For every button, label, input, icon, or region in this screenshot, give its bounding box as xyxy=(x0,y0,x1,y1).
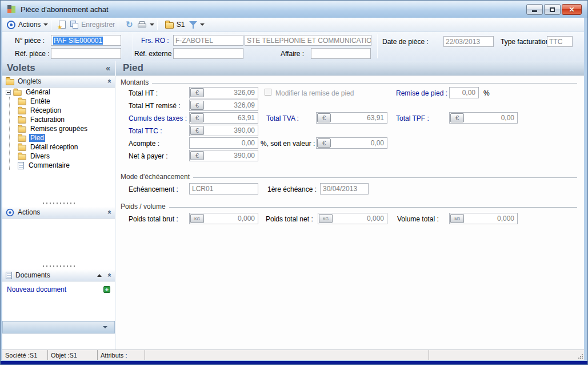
minimize-button[interactable] xyxy=(526,4,543,15)
tree-node-detail-reception[interactable]: Détail réception xyxy=(18,142,89,152)
currency-unit-button[interactable]: € xyxy=(190,113,204,122)
premiere-echeance-field[interactable]: 30/04/2013 xyxy=(320,183,369,195)
ref-externe-field[interactable] xyxy=(173,48,243,59)
site-selector[interactable]: S1 xyxy=(165,21,185,29)
actions-section-title: Actions xyxy=(18,208,107,216)
onglets-section-header[interactable]: Onglets » xyxy=(2,76,115,88)
folder-icon xyxy=(18,154,26,160)
collapse-panel-icon[interactable]: « xyxy=(106,64,110,73)
total-tpf-label[interactable]: Total TPF : xyxy=(396,114,429,122)
status-societe: Société :S1 xyxy=(2,350,48,360)
echeancement-field[interactable]: LCR01 xyxy=(189,183,258,195)
refresh-button[interactable]: ↻ xyxy=(126,21,133,29)
actions-menu-button[interactable]: Actions xyxy=(7,21,48,29)
remise-de-pied-field[interactable]: 0,00 xyxy=(449,87,479,98)
document-icon xyxy=(18,162,24,169)
remise-de-pied-label[interactable]: Remise de pied : xyxy=(396,89,447,97)
total-ht-remise-field: € 326,09 xyxy=(189,100,258,111)
new-document-icon: ★ xyxy=(59,21,66,29)
echeancement-value: LCR01 xyxy=(190,185,257,193)
save-icon xyxy=(70,21,78,29)
currency-unit-button[interactable]: € xyxy=(190,88,204,97)
collapse-section-icon[interactable]: » xyxy=(106,273,114,277)
save-button[interactable]: Enregistrer xyxy=(70,21,115,29)
total-ttc-field: € 390,00 xyxy=(189,125,258,136)
volume-total-value: 0,000 xyxy=(464,215,517,223)
date-piece-field[interactable]: 22/03/2013 xyxy=(443,36,494,47)
collapse-section-icon[interactable]: » xyxy=(106,80,114,84)
collapse-node-icon[interactable] xyxy=(6,90,11,95)
frs-ro-label[interactable]: Frs. RO : xyxy=(141,37,169,45)
status-bar: Société :S1 Objet :S1 Attributs : xyxy=(2,350,584,360)
currency-unit-button[interactable]: € xyxy=(450,113,464,122)
filter-button[interactable] xyxy=(189,21,205,29)
acompte-label: Acompte : xyxy=(129,140,159,148)
tree-node-divers[interactable]: Divers xyxy=(18,152,89,161)
actions-target-icon xyxy=(6,208,14,216)
total-ht-label: Total HT : xyxy=(129,89,158,97)
site-label: S1 xyxy=(177,21,185,29)
resize-grip[interactable] xyxy=(578,354,583,359)
tree-node-label: Détail réception xyxy=(29,143,79,151)
documents-section-header[interactable]: Documents » xyxy=(2,269,115,281)
tree-node-reception[interactable]: Réception xyxy=(18,106,89,115)
total-tva-label[interactable]: Total TVA : xyxy=(266,114,299,122)
num-piece-field[interactable]: PAF SIE000001 xyxy=(51,35,121,46)
pct-valeur-label: %, soit en valeur : xyxy=(261,140,315,148)
m3-unit-button[interactable]: M3 xyxy=(450,214,464,223)
add-document-button[interactable]: + xyxy=(103,286,110,293)
currency-unit-button[interactable]: € xyxy=(190,101,204,110)
tree-node-facturation[interactable]: Facturation xyxy=(18,115,89,124)
echeancement-group-header: Mode d'échéancement xyxy=(121,173,577,181)
kg-unit-button[interactable]: KG xyxy=(190,214,204,223)
total-ht-value: 326,09 xyxy=(204,89,257,97)
tree-node-entete[interactable]: Entête xyxy=(18,97,89,106)
close-button[interactable]: ✕ xyxy=(562,4,582,15)
cumuls-taxes-value: 63,91 xyxy=(204,114,257,122)
currency-unit-button[interactable]: € xyxy=(190,126,204,135)
currency-unit-button[interactable]: € xyxy=(317,113,331,122)
affaire-field[interactable] xyxy=(311,48,371,59)
refresh-icon: ↻ xyxy=(126,21,133,29)
premiere-echeance-label: 1ère échéance : xyxy=(267,185,317,193)
tree-node-general[interactable]: Général xyxy=(6,88,89,97)
tree-node-label: Général xyxy=(25,88,51,96)
tree-node-remises-groupees[interactable]: Remises groupées xyxy=(18,124,89,133)
frs-ro-code-field[interactable]: F-ZABOTEL xyxy=(173,35,243,46)
tree-node-pied[interactable]: Pied xyxy=(18,133,89,142)
collapsed-panels-bar[interactable] xyxy=(2,321,115,334)
type-facturation-field[interactable]: TTC xyxy=(547,36,573,47)
splitter-handle[interactable] xyxy=(2,203,115,205)
premiere-echeance-value: 30/04/2013 xyxy=(321,185,367,193)
currency-unit-button[interactable]: € xyxy=(317,138,331,148)
acompte-field[interactable]: 0,00 xyxy=(189,137,258,149)
actions-caret-icon xyxy=(43,23,48,26)
header-separator xyxy=(377,34,378,58)
toolbar-separator xyxy=(157,20,158,30)
cumuls-taxes-field: € 63,91 xyxy=(189,112,258,124)
tree-node-commentaire[interactable]: Commentaire xyxy=(18,161,89,170)
volets-header: Volets « xyxy=(2,61,115,76)
date-piece-label: Date de pièce : xyxy=(382,38,429,46)
folder-icon xyxy=(18,99,26,105)
document-icon xyxy=(6,272,12,279)
restore-button[interactable] xyxy=(544,4,561,15)
splitter-handle[interactable] xyxy=(2,265,115,268)
new-document-link[interactable]: Nouveau document xyxy=(7,285,66,293)
ref-piece-field[interactable] xyxy=(51,48,121,59)
actions-section-header[interactable]: Actions » xyxy=(2,207,115,219)
new-document-button[interactable]: ★ xyxy=(59,21,66,29)
window-title: Pièce d'abonnement achat xyxy=(21,5,109,14)
frs-ro-code: F-ZABOTEL xyxy=(175,37,213,45)
scroll-up-icon[interactable] xyxy=(97,274,102,277)
collapse-section-icon[interactable]: » xyxy=(106,211,114,215)
restore-icon xyxy=(550,7,555,12)
total-ttc-label[interactable]: Total TTC : xyxy=(129,127,162,135)
modifier-remise-checkbox[interactable] xyxy=(265,89,271,96)
currency-unit-button[interactable]: € xyxy=(190,151,204,160)
type-facturation-value: TTC xyxy=(549,38,562,46)
print-button[interactable] xyxy=(138,21,154,29)
kg-unit-button[interactable]: KG xyxy=(319,214,333,223)
cumuls-taxes-label[interactable]: Cumuls des taxes : xyxy=(129,114,187,122)
print-icon xyxy=(138,21,147,29)
